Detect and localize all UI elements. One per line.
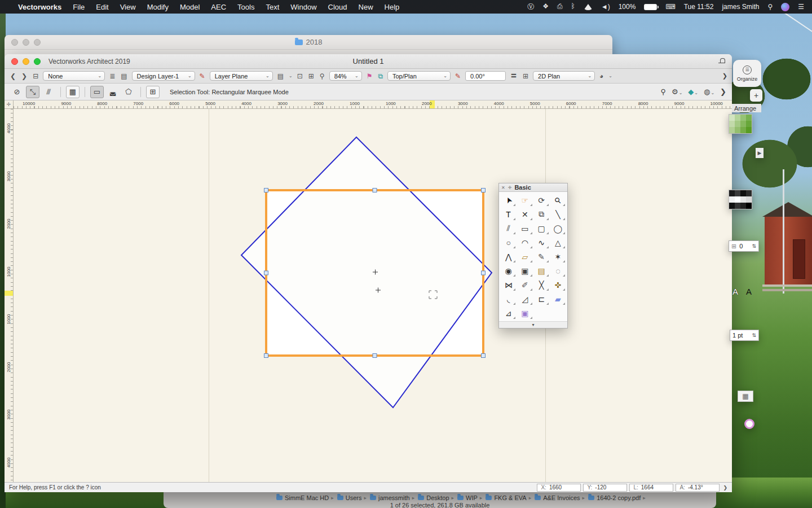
color-swatch[interactable] xyxy=(729,196,735,203)
tool-button[interactable]: ▣ xyxy=(517,306,533,320)
rotated-square[interactable] xyxy=(241,137,492,408)
dropbox-icon[interactable]: ❖ xyxy=(542,2,549,12)
tool-button[interactable]: ▭ xyxy=(517,221,533,235)
breadcrumb-item[interactable]: FKG & EVA ▸ xyxy=(486,494,531,501)
menu-item[interactable]: Window xyxy=(285,3,322,11)
color-swatch[interactable] xyxy=(729,190,735,196)
palette-collapse-icon[interactable]: ✛ xyxy=(508,185,512,190)
tool-button[interactable]: △ xyxy=(550,235,566,249)
color-swatch[interactable] xyxy=(729,127,735,133)
canvas-shapes[interactable] xyxy=(14,109,732,482)
tool-button[interactable]: ▢ xyxy=(533,221,550,235)
render-mode-icon[interactable]: ◕ xyxy=(598,72,604,80)
tool-button[interactable]: ✶ xyxy=(550,249,566,264)
disable-snap-icon[interactable]: ⊘ xyxy=(10,86,24,98)
color-swatch[interactable] xyxy=(740,203,746,209)
siri-icon[interactable] xyxy=(781,3,789,11)
menu-item[interactable]: Text xyxy=(260,3,285,11)
finder-title-bar[interactable]: 2018 xyxy=(5,35,612,50)
toolbar-overflow-icon[interactable]: ❯ xyxy=(722,72,727,80)
tool-button[interactable]: ⚲ xyxy=(550,193,566,207)
selection-handle[interactable] xyxy=(482,271,486,275)
tool-button[interactable]: ✐ xyxy=(517,278,533,292)
class-options-icon[interactable]: ≣ xyxy=(108,72,116,80)
add-button[interactable]: + xyxy=(750,89,762,102)
modebar-overflow-icon[interactable]: ❯ xyxy=(720,87,726,96)
fit-objects-icon[interactable]: ⊡ xyxy=(296,72,304,80)
breadcrumb-item[interactable]: SimmE Mac HD ▸ xyxy=(276,494,334,501)
menu-clock[interactable]: Tue 11:52 xyxy=(684,3,714,11)
selection-handle[interactable] xyxy=(264,189,268,192)
tool-button[interactable]: ☞ xyxy=(517,193,533,207)
tool-button[interactable]: ⊏ xyxy=(533,292,550,306)
palette-title-bar[interactable]: ✕ ✛ Basic xyxy=(499,183,567,192)
color-swatch[interactable] xyxy=(735,196,740,203)
menu-item[interactable]: Model xyxy=(174,3,205,11)
palette-expand-icon[interactable]: ▶ xyxy=(756,148,764,158)
back-icon[interactable]: ❮ xyxy=(9,72,17,80)
selection-handle[interactable] xyxy=(264,271,268,275)
color-swatch[interactable] xyxy=(729,121,735,127)
tool-button[interactable]: ▱ xyxy=(517,249,533,264)
minimize-icon[interactable] xyxy=(23,58,29,65)
tool-button[interactable]: ◿ xyxy=(517,292,533,306)
organize-button[interactable]: ☰ Organize xyxy=(733,60,761,87)
saved-views-icon[interactable]: ⊟ xyxy=(32,72,39,80)
close-icon[interactable] xyxy=(11,58,18,65)
zoom-icon[interactable] xyxy=(34,58,41,65)
lasso-marquee-icon[interactable]: ◛ xyxy=(106,86,120,98)
view-mode-dropdown[interactable]: 2D Plan⌄ xyxy=(533,71,595,81)
settings-gear-icon[interactable]: ⚙⌄ xyxy=(672,87,682,96)
tool-button[interactable]: ▰ xyxy=(550,292,566,306)
spreadsheet-icon[interactable]: ▦ xyxy=(738,391,753,402)
interactive-scaling-icon[interactable]: ⤡ xyxy=(26,86,39,98)
tool-button[interactable]: ◟ xyxy=(500,292,517,306)
tool-button[interactable]: ⟳ xyxy=(533,193,550,207)
bluetooth-icon[interactable]: ᛒ xyxy=(571,2,575,12)
value-field[interactable]: ⊞ 0 ⇅ xyxy=(729,240,759,252)
color-swatch[interactable] xyxy=(746,190,752,196)
notification-bell-icon[interactable] xyxy=(718,58,725,64)
menu-user[interactable]: james Smith xyxy=(722,3,759,11)
layer-options-icon[interactable]: ▤ xyxy=(120,72,128,80)
line-weight-field[interactable]: 1 pt ⇅ xyxy=(730,330,759,341)
color-swatch[interactable] xyxy=(740,196,746,203)
tool-button[interactable]: ⫽ xyxy=(500,221,517,235)
keyboard-icon[interactable]: ⌨ xyxy=(665,3,675,11)
class-dropdown[interactable]: None⌄ xyxy=(43,71,105,81)
statusbar-overflow-icon[interactable]: ❯ xyxy=(723,485,727,491)
selection-handle[interactable] xyxy=(373,189,377,192)
v-circle-icon[interactable]: Ⓥ xyxy=(527,2,534,12)
selection-handle[interactable] xyxy=(482,354,486,358)
tool-button[interactable]: ▣ xyxy=(517,264,533,278)
layer-dropdown[interactable]: Design Layer-1⌄ xyxy=(132,71,195,81)
tool-button[interactable]: ✎ xyxy=(533,249,550,264)
world-mode-icon[interactable]: ◍⌄ xyxy=(704,87,714,96)
polygon-marquee-icon[interactable]: ⬠ xyxy=(122,86,135,98)
selection-handle[interactable] xyxy=(482,189,486,192)
multiple-reshape-icon[interactable]: ⫻ xyxy=(42,86,55,98)
tool-button[interactable]: ✕ xyxy=(517,207,533,221)
color-swatch[interactable] xyxy=(746,127,752,133)
tool-button[interactable]: ◌ xyxy=(550,264,566,278)
angle-compass-icon[interactable]: ✎ xyxy=(454,72,462,80)
inactive-close-icon[interactable] xyxy=(11,39,18,46)
tool-button[interactable]: ╳ xyxy=(533,278,550,292)
tool-button[interactable]: T xyxy=(500,207,517,221)
menu-item[interactable]: Cloud xyxy=(323,3,353,11)
inactive-minimize-icon[interactable] xyxy=(23,39,29,46)
menu-item[interactable]: AEC xyxy=(205,3,232,11)
menu-item[interactable]: File xyxy=(67,3,90,11)
color-swatch[interactable] xyxy=(740,190,746,196)
palette-close-icon[interactable]: ✕ xyxy=(501,185,505,190)
rectangular-marquee-icon[interactable]: ▭ xyxy=(90,86,104,98)
magnifier-icon[interactable]: ⚲ xyxy=(319,72,326,80)
flag-icon[interactable]: ⚑ xyxy=(365,72,374,80)
spotlight-search-icon[interactable]: ⚲ xyxy=(767,3,773,11)
tool-button[interactable]: ⧉ xyxy=(533,207,550,221)
selection-handle[interactable] xyxy=(264,354,268,358)
fit-page-icon[interactable]: ⊞ xyxy=(307,72,315,80)
zoom-dropdown[interactable]: 84%⌄ xyxy=(329,71,362,81)
multi-view-icon[interactable]: ⊞ xyxy=(522,72,529,80)
plane-dropdown[interactable]: Layer Plane⌄ xyxy=(210,71,273,81)
